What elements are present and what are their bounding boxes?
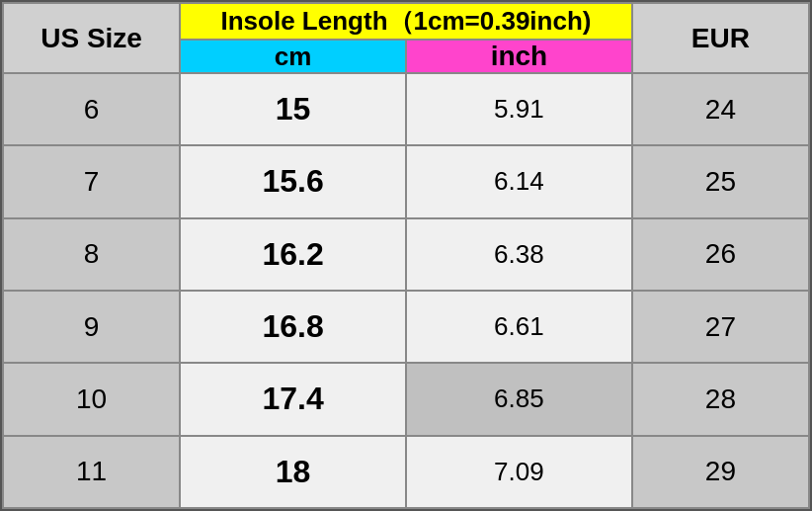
inch-cell: 7.09 <box>406 436 632 508</box>
size-chart-table: US Size Insole Length（1cm=0.39inch) EUR … <box>2 2 810 509</box>
cm-cell: 18 <box>180 436 406 508</box>
cm-cell: 15 <box>180 73 406 145</box>
eur-header: EUR <box>632 3 809 73</box>
cm-cell: 16.8 <box>180 291 406 363</box>
eur-cell: 26 <box>632 218 809 291</box>
cm-cell: 16.2 <box>180 218 406 291</box>
cm-cell: 17.4 <box>180 363 406 435</box>
insole-header: Insole Length（1cm=0.39inch) <box>180 3 632 40</box>
us-size-cell: 11 <box>3 436 180 508</box>
inch-cell: 6.85 <box>406 363 632 435</box>
us-size-cell: 7 <box>3 145 180 217</box>
size-chart-wrapper: US Size Insole Length（1cm=0.39inch) EUR … <box>0 0 812 511</box>
us-size-cell: 9 <box>3 291 180 363</box>
eur-cell: 25 <box>632 145 809 217</box>
eur-cell: 27 <box>632 291 809 363</box>
us-size-header: US Size <box>3 3 180 73</box>
cm-subheader: cm <box>180 40 406 73</box>
inch-subheader: inch <box>406 40 632 73</box>
table-row: 9 16.8 6.61 27 <box>3 291 809 363</box>
eur-cell: 24 <box>632 73 809 145</box>
eur-cell: 28 <box>632 363 809 435</box>
table-row: 6 15 5.91 24 <box>3 73 809 145</box>
eur-cell: 29 <box>632 436 809 508</box>
inch-cell: 6.14 <box>406 145 632 217</box>
table-row: 8 16.2 6.38 26 <box>3 218 809 291</box>
inch-cell: 5.91 <box>406 73 632 145</box>
us-size-cell: 10 <box>3 363 180 435</box>
cm-cell: 15.6 <box>180 145 406 217</box>
table-row: 7 15.6 6.14 25 <box>3 145 809 217</box>
table-row: 11 18 7.09 29 <box>3 436 809 508</box>
table-row: 10 17.4 6.85 28 <box>3 363 809 435</box>
us-size-cell: 6 <box>3 73 180 145</box>
header-row-1: US Size Insole Length（1cm=0.39inch) EUR <box>3 3 809 40</box>
inch-cell: 6.38 <box>406 218 632 291</box>
us-size-cell: 8 <box>3 218 180 291</box>
inch-cell: 6.61 <box>406 291 632 363</box>
